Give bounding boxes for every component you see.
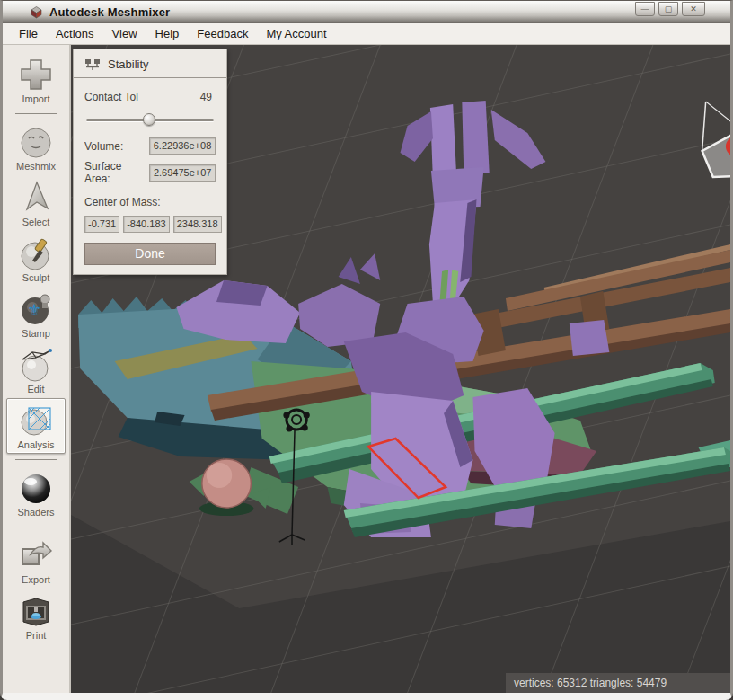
menu-item-actions[interactable]: Actions bbox=[47, 24, 103, 43]
com-value-x[interactable]: -0.731 bbox=[84, 216, 119, 233]
meshmixer-screen: Autodesk Meshmixer —▢✕ FileActionsViewHe… bbox=[0, 0, 733, 700]
surface-area-value[interactable]: 2.69475e+07 bbox=[149, 164, 216, 182]
menu-item-feedback[interactable]: Feedback bbox=[188, 24, 257, 43]
menu-bar: FileActionsViewHelpFeedbackMy Account bbox=[3, 23, 730, 45]
sphere-stamp-icon: ⚜ bbox=[18, 291, 54, 327]
tool-label: Select bbox=[22, 217, 50, 227]
tool-label: Analysis bbox=[18, 439, 55, 450]
tool-separator bbox=[15, 459, 57, 460]
app-logo-icon bbox=[30, 5, 43, 19]
svg-text:⚜: ⚜ bbox=[27, 301, 41, 319]
viewport-3d[interactable]: Stability Contact Tol 49 Volume: bbox=[71, 45, 730, 693]
slider-thumb[interactable] bbox=[143, 113, 155, 126]
center-of-mass-values: -0.731-840.1832348.318 bbox=[84, 216, 216, 233]
caption-buttons: —▢✕ bbox=[635, 2, 705, 16]
tool-import[interactable]: Import bbox=[6, 52, 66, 108]
app-window: Autodesk Meshmixer —▢✕ FileActionsViewHe… bbox=[0, 0, 733, 700]
contact-tol-label: Contact Tol bbox=[84, 91, 138, 103]
menu-item-file[interactable]: File bbox=[10, 24, 47, 43]
panel-title: Stability bbox=[108, 58, 149, 71]
window-title: Autodesk Meshmixer bbox=[49, 5, 170, 19]
sphere-face-icon bbox=[18, 124, 54, 160]
minimize-button[interactable]: — bbox=[635, 2, 655, 16]
done-button[interactable]: Done bbox=[84, 243, 216, 265]
volume-label: Volume: bbox=[84, 140, 123, 153]
sphere-mesh-icon bbox=[18, 403, 54, 439]
tool-print[interactable]: Print bbox=[6, 589, 66, 644]
contact-tol-slider[interactable] bbox=[86, 112, 214, 127]
close-button[interactable]: ✕ bbox=[682, 2, 705, 16]
sphere-brush-icon bbox=[18, 235, 54, 271]
status-bar: vertices: 65312 triangles: 54479 bbox=[506, 673, 730, 693]
tool-label: Stamp bbox=[22, 328, 50, 339]
export-folder-icon bbox=[18, 537, 54, 573]
tool-sculpt[interactable]: Sculpt bbox=[6, 231, 66, 287]
stability-icon bbox=[84, 58, 101, 71]
contact-tol-value: 49 bbox=[200, 91, 216, 103]
surface-area-label: Surface Area: bbox=[84, 160, 149, 185]
tool-shaders[interactable]: Shaders bbox=[6, 465, 66, 521]
tool-label: Meshmix bbox=[16, 161, 56, 172]
menu-item-my-account[interactable]: My Account bbox=[257, 24, 335, 43]
printer-icon bbox=[18, 593, 54, 629]
com-value-y[interactable]: -840.183 bbox=[123, 216, 169, 233]
tool-label: Import bbox=[22, 93, 49, 104]
tool-export[interactable]: Export bbox=[6, 533, 66, 589]
arrow-cursor-icon bbox=[18, 180, 54, 216]
center-of-mass-label: Center of Mass: bbox=[84, 196, 161, 208]
chrome-sphere-icon bbox=[18, 470, 54, 506]
tool-label: Export bbox=[22, 574, 50, 585]
tool-separator bbox=[15, 113, 57, 114]
maximize-button[interactable]: ▢ bbox=[658, 2, 678, 16]
tool-meshmix[interactable]: Meshmix bbox=[6, 120, 66, 175]
tool-rail: ImportMeshmixSelectSculpt⚜StampEditAnaly… bbox=[3, 45, 71, 693]
sphere-wireframe-icon bbox=[18, 347, 54, 383]
tool-select[interactable]: Select bbox=[6, 175, 66, 231]
tool-edit[interactable]: Edit bbox=[6, 342, 66, 398]
stability-panel: Stability Contact Tol 49 Volume: bbox=[73, 49, 227, 275]
volume-value[interactable]: 6.22936e+08 bbox=[149, 137, 216, 155]
menu-item-view[interactable]: View bbox=[103, 24, 146, 43]
tool-analysis[interactable]: Analysis bbox=[6, 398, 66, 454]
tool-separator bbox=[15, 527, 57, 527]
tool-label: Print bbox=[26, 630, 47, 641]
tool-label: Sculpt bbox=[22, 272, 50, 283]
tool-label: Edit bbox=[28, 384, 45, 394]
tool-stamp[interactable]: ⚜Stamp bbox=[6, 287, 66, 342]
com-value-z[interactable]: 2348.318 bbox=[173, 216, 222, 233]
title-bar[interactable]: Autodesk Meshmixer —▢✕ bbox=[3, 1, 730, 23]
tool-label: Shaders bbox=[18, 507, 55, 518]
main-area: ImportMeshmixSelectSculpt⚜StampEditAnaly… bbox=[3, 45, 730, 693]
plus-icon bbox=[18, 57, 54, 93]
menu-item-help[interactable]: Help bbox=[146, 24, 189, 43]
